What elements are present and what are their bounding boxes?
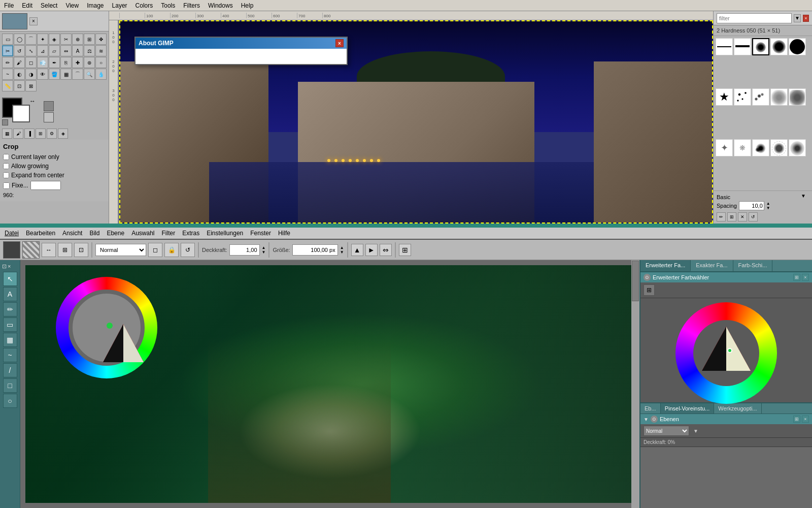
expand-center-checkbox[interactable] [3, 172, 9, 178]
menu-windows[interactable]: Windows [206, 2, 235, 9]
lt-pencil-tool[interactable]: ✏ [3, 302, 17, 316]
menu-einstellungen[interactable]: Einstellungen [205, 230, 245, 237]
size-spinner[interactable]: ▲ ▼ [340, 245, 344, 255]
ebenen-filter-icon[interactable]: ▼ [693, 427, 698, 434]
tb-swap-btn[interactable]: ↔ [42, 243, 56, 257]
brush-ink1[interactable] [752, 139, 769, 156]
menu-ansicht[interactable]: Ansicht [61, 230, 84, 237]
tool-blend[interactable]: ▦ [60, 69, 72, 80]
quick-mask-btn[interactable] [44, 101, 54, 111]
menu-select[interactable]: Select [39, 2, 59, 9]
tab-farb-schi[interactable]: Farb-Schi... [733, 260, 773, 271]
allow-growing-checkbox[interactable] [3, 163, 9, 169]
tool-crop[interactable]: ✂ [2, 45, 13, 56]
current-layer-checkbox[interactable] [3, 154, 9, 160]
tool-smudge[interactable]: ~ [2, 69, 13, 80]
tool-zoom[interactable]: 🔍 [84, 69, 95, 80]
ebenen-expand-btn[interactable]: ⊞ [793, 416, 800, 423]
tb-flip-h-btn[interactable]: ⇔ [380, 244, 392, 256]
fixed-input[interactable] [30, 181, 61, 190]
reset-colors-btn[interactable] [2, 119, 8, 125]
tool-scissors[interactable]: ✂ [60, 34, 72, 45]
tb-fg-color[interactable] [3, 241, 20, 259]
tool-desaturate[interactable]: ◑ [25, 69, 37, 80]
brush-ink2[interactable] [770, 139, 788, 156]
lt-rect-select-tool[interactable]: □ [3, 378, 17, 393]
opacity-spinner[interactable]: ▲ ▼ [262, 245, 266, 255]
tb-refresh-btn[interactable]: ↺ [181, 243, 195, 257]
ebenen-close-btn[interactable]: × [802, 416, 809, 423]
lt-smudge-tool[interactable]: ~ [3, 348, 17, 362]
menu-image[interactable]: Image [85, 2, 106, 9]
brush-refresh-btn[interactable]: ↺ [749, 212, 758, 221]
tab-pinsel-voreinstu[interactable]: Pinsel-Voreinstu... [661, 403, 715, 414]
tool-eraser[interactable]: ◻ [25, 57, 37, 68]
brush-line-med[interactable] [734, 38, 751, 55]
tool-clone[interactable]: ⎘ [60, 57, 72, 68]
lt-arrow-tool[interactable]: ↖ [3, 272, 17, 286]
brush-filter-input[interactable] [717, 13, 792, 23]
about-dialog-close-btn[interactable]: × [335, 39, 344, 47]
size-up[interactable]: ▲ [340, 245, 344, 250]
tb-grid-btn[interactable]: ⊞ [399, 244, 411, 256]
tab-erweiterter-fa[interactable]: Erweiterter Fa... [640, 260, 691, 271]
tool-select-by-color[interactable]: ◈ [49, 34, 60, 45]
screen-mode-btn[interactable] [44, 112, 54, 122]
canvas-scrollbar-thumb[interactable] [632, 261, 639, 301]
tb-pattern[interactable] [22, 241, 40, 259]
brush-circle-sm[interactable] [752, 38, 769, 55]
tool-extra1[interactable]: ⊠ [25, 80, 37, 91]
tool-shear[interactable]: ⊿ [37, 45, 48, 56]
ebenen-collapse-btn[interactable]: ▼ [644, 417, 649, 422]
menu-edit[interactable]: Edit [20, 2, 35, 9]
menu-colors[interactable]: Colors [133, 2, 155, 9]
lt-close-btn[interactable]: × [8, 263, 11, 270]
tool-ink[interactable]: ✒ [49, 57, 60, 68]
tb-reset-btn[interactable]: ⊞ [58, 243, 72, 257]
brush-delete-btn[interactable]: ✕ [738, 212, 747, 221]
tool-measure[interactable]: 📏 [2, 80, 13, 91]
spacing-up[interactable]: ▲ [766, 201, 771, 206]
brush-splat1[interactable]: ✦ [716, 139, 733, 156]
tb-lock-btn[interactable]: 🔒 [164, 243, 179, 257]
brush-panel-menu-btn[interactable]: ▼ [794, 14, 801, 22]
tb-paste-btn[interactable]: ⊡ [74, 243, 88, 257]
tool-fuzzy-select[interactable]: ✦ [37, 34, 48, 45]
fg-bg-colors[interactable]: ↔ [2, 98, 38, 125]
opacity-down[interactable]: ▼ [262, 250, 266, 255]
size-input[interactable] [292, 244, 338, 256]
tool-paths[interactable]: ⌒ [72, 69, 83, 80]
menu-auswahl[interactable]: Auswahl [130, 230, 156, 237]
tab-werkzeugopti[interactable]: Werkzeugopti... [714, 403, 761, 414]
brush-star[interactable]: ★ [716, 88, 733, 106]
fixed-checkbox[interactable] [3, 182, 10, 189]
brush-view-btn[interactable]: ⊞ [727, 212, 736, 221]
brush-soft1[interactable] [789, 139, 806, 156]
spacing-down[interactable]: ▼ [766, 206, 771, 210]
tb-eraser-btn[interactable]: ◻ [148, 243, 162, 257]
opacity-up[interactable]: ▲ [262, 245, 266, 250]
tool-bucket-fill[interactable]: 🪣 [49, 69, 60, 80]
tab-exakter-fa[interactable]: Exakter Fa... [691, 260, 733, 271]
tool-ellipse-select[interactable]: ◯ [14, 34, 25, 45]
lt-line-tool[interactable]: / [3, 363, 17, 377]
menu-bild[interactable]: Bild [88, 230, 101, 237]
farbwahler-expand-btn[interactable]: ⊞ [793, 274, 800, 281]
tool-flip[interactable]: ⇔ [60, 45, 72, 56]
tool-color-balance[interactable]: ⚖ [84, 45, 95, 56]
menu-datei[interactable]: Datei [3, 230, 20, 237]
brush-splat2[interactable]: ❋ [734, 139, 751, 156]
tool-align[interactable]: ⊞ [84, 34, 95, 45]
tool-rect-select[interactable]: ▭ [2, 34, 13, 45]
tb-triangle-up-btn[interactable]: ▲ [351, 244, 363, 256]
menu-filter-de[interactable]: Filter [160, 230, 177, 237]
background-color[interactable] [12, 105, 30, 122]
tab-ebenen[interactable]: Eb... [640, 403, 661, 414]
spacing-input[interactable] [739, 201, 764, 210]
tool-free-select[interactable]: ⌒ [25, 34, 37, 45]
tool-curves[interactable]: ≋ [95, 45, 107, 56]
farbwahler-close-btn[interactable]: × [802, 274, 809, 281]
canvas-scrollbar-v[interactable] [631, 260, 639, 508]
menu-tools[interactable]: Tools [159, 2, 177, 9]
lt-text-tool[interactable]: A [3, 287, 17, 301]
